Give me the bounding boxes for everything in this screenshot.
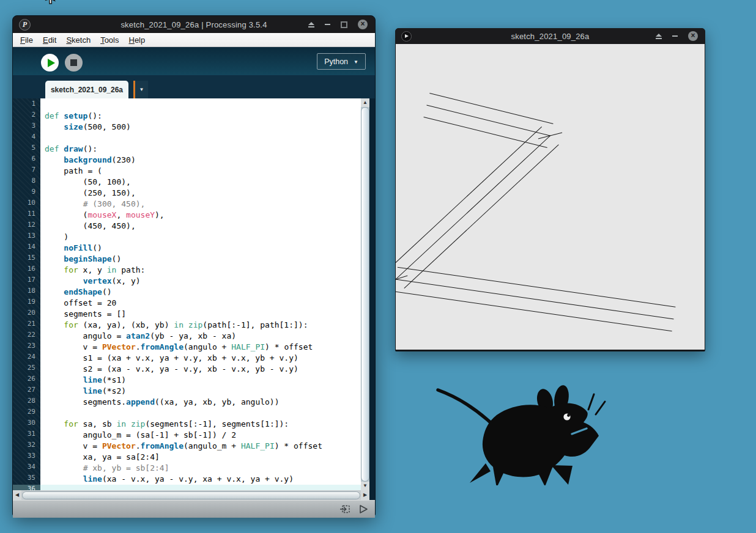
- minimize-icon[interactable]: [672, 35, 678, 37]
- line-number: 4: [13, 133, 40, 144]
- code-line: s2 = (xa - v.x, ya - v.y, xb - v.x, yb -…: [40, 364, 361, 375]
- code-line: line(*s1): [40, 375, 361, 386]
- chevron-down-icon: ▼: [354, 59, 358, 65]
- mouse-illustration: [427, 377, 610, 485]
- sketch-title-bar[interactable]: sketch_2021_09_26a ×: [395, 28, 705, 44]
- code-line: ): [40, 232, 361, 243]
- line-number: 34: [13, 463, 40, 474]
- run-button[interactable]: [41, 54, 59, 72]
- line-number: 9: [13, 188, 40, 199]
- code-line: # (300, 450),: [40, 199, 361, 210]
- run-outline-icon[interactable]: [358, 504, 369, 515]
- code-line: path = (: [40, 166, 361, 177]
- eject-icon[interactable]: [308, 22, 314, 28]
- line-number: 21: [13, 320, 40, 331]
- tab-sketch[interactable]: sketch_2021_09_26a: [45, 81, 128, 98]
- toolbar: Python ▼: [13, 47, 375, 75]
- code-line: background(230): [40, 155, 361, 166]
- mouse-whisker: [596, 402, 605, 414]
- processing-logo-icon: P: [19, 19, 31, 31]
- horizontal-scrollbar: ◀ ▶: [13, 490, 369, 500]
- code-line: [40, 133, 361, 144]
- sketch-canvas[interactable]: [396, 44, 705, 350]
- code-line: offset = 20: [40, 298, 361, 309]
- line-number: 31: [13, 430, 40, 441]
- line-number: 15: [13, 254, 40, 265]
- line-number: 2: [13, 111, 40, 122]
- line-number: 8: [13, 177, 40, 188]
- code-line: vertex(x, y): [40, 276, 361, 287]
- code-line: s1 = (xa + v.x, ya + v.y, xb + v.x, yb +…: [40, 353, 361, 364]
- line-number: 7: [13, 166, 40, 177]
- line-number: 1: [13, 100, 40, 111]
- code-line: [40, 408, 361, 419]
- eject-icon[interactable]: [656, 34, 662, 39]
- ide-title-bar[interactable]: P sketch_2021_09_26a | Processing 3.5.4 …: [13, 16, 375, 33]
- line-number: 10: [13, 199, 40, 210]
- code-line: def setup():: [40, 111, 361, 122]
- scroll-left-button[interactable]: ◀: [13, 490, 21, 500]
- code-line: [40, 485, 361, 490]
- line-number: 27: [13, 386, 40, 397]
- close-icon[interactable]: ×: [688, 31, 698, 41]
- code-line: [40, 100, 361, 111]
- line-number: 3: [13, 122, 40, 133]
- status-footer: [13, 500, 375, 518]
- sketch-output-window: sketch_2021_09_26a ×: [395, 28, 705, 351]
- scroll-down-button[interactable]: ▼: [361, 482, 369, 490]
- code-line: (50, 100),: [40, 177, 361, 188]
- line-number: 17: [13, 276, 40, 287]
- line-number: 11: [13, 210, 40, 221]
- stop-button[interactable]: [65, 54, 83, 72]
- line-number: 24: [13, 353, 40, 364]
- menu-help[interactable]: Help: [124, 34, 150, 46]
- code-line: for (xa, ya), (xb, yb) in zip(path[:-1],…: [40, 320, 361, 331]
- mouse-cursor-icon: [39, 0, 66, 13]
- code-line: segments.append((xa, ya, xb, yb, angulo)…: [40, 397, 361, 408]
- line-number: 12: [13, 221, 40, 232]
- line-number: 35: [13, 474, 40, 485]
- code-line: v = PVector.fromAngle(angulo_m + HALF_PI…: [40, 441, 361, 452]
- vertical-scrollbar: ▲ ▼: [361, 98, 369, 490]
- scroll-up-button[interactable]: ▲: [361, 98, 369, 107]
- code-line: line(xa - v.x, ya - v.y, xa + v.x, ya + …: [40, 474, 361, 485]
- scroll-right-button[interactable]: ▶: [361, 490, 369, 500]
- mode-selector-button[interactable]: Python ▼: [317, 53, 366, 70]
- code-line: (450, 450),: [40, 221, 361, 232]
- close-icon[interactable]: ×: [358, 20, 368, 29]
- line-number: 28: [13, 397, 40, 408]
- code-area[interactable]: def setup(): size(500, 500)def draw(): b…: [40, 98, 361, 490]
- menu-sketch[interactable]: Sketch: [61, 34, 95, 46]
- code-line: beginShape(): [40, 254, 361, 265]
- desktop: { "desktop": { "bg": "#4B98BA" }, "glyph…: [0, 0, 756, 533]
- line-number: 19: [13, 298, 40, 309]
- restore-icon[interactable]: [341, 21, 347, 28]
- menu-tools[interactable]: Tools: [95, 34, 124, 46]
- code-line: (250, 150),: [40, 188, 361, 199]
- line-number: 13: [13, 232, 40, 243]
- code-line: (mouseX, mouseY),: [40, 210, 361, 221]
- line-number: 36: [13, 485, 40, 490]
- code-line: segments = []: [40, 309, 361, 320]
- menu-file[interactable]: File: [15, 34, 38, 46]
- menu-bar: FileEditSketchToolsHelp: [13, 33, 375, 47]
- code-line: for x, y in path:: [40, 265, 361, 276]
- mouse-whisker: [588, 394, 594, 410]
- line-number: 33: [13, 452, 40, 463]
- tab-bar: sketch_2021_09_26a ▼: [13, 75, 375, 98]
- vertical-scroll-thumb[interactable]: [361, 107, 369, 482]
- code-line: angulo_m = (sa[-1] + sb[-1]) / 2: [40, 430, 361, 441]
- line-number: 14: [13, 243, 40, 254]
- code-line: noFill(): [40, 243, 361, 254]
- line-number: 32: [13, 441, 40, 452]
- processing-ide-window: P sketch_2021_09_26a | Processing 3.5.4 …: [12, 15, 376, 516]
- tab-menu-button[interactable]: ▼: [133, 81, 148, 98]
- line-number: 16: [13, 265, 40, 276]
- minimize-icon[interactable]: [325, 24, 330, 25]
- menu-edit[interactable]: Edit: [38, 34, 61, 46]
- console-toggle-icon[interactable]: [339, 504, 351, 515]
- code-line: def draw():: [40, 144, 361, 155]
- code-line: for sa, sb in zip(segments[:-1], segment…: [40, 419, 361, 430]
- horizontal-scroll-thumb[interactable]: [22, 491, 360, 499]
- line-number: 20: [13, 309, 40, 320]
